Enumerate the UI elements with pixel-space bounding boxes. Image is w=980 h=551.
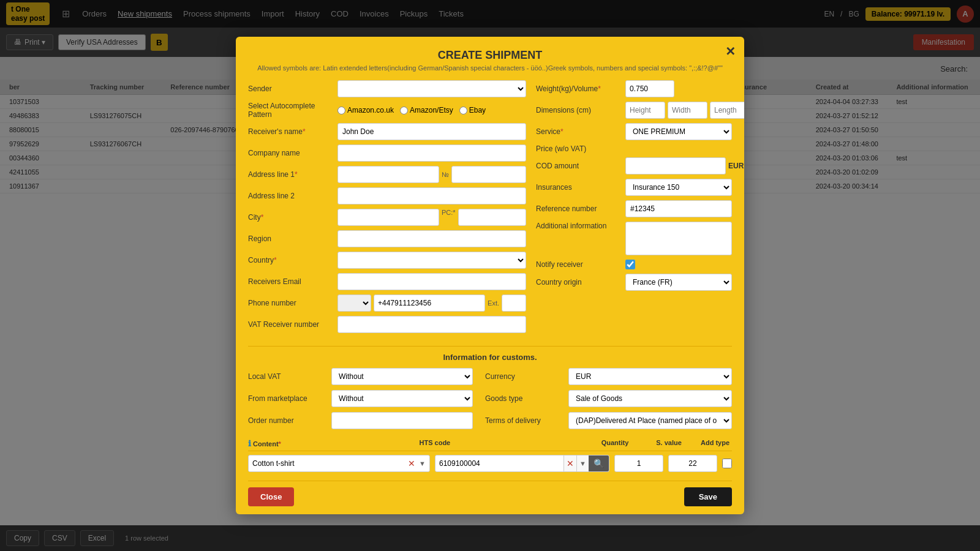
from-marketplace-select[interactable]: Without <box>331 390 473 407</box>
content-tag-arrow[interactable]: ▼ <box>419 460 426 467</box>
nr-label: № <box>442 171 449 178</box>
company-name-input[interactable] <box>337 144 526 162</box>
country-origin-label: Country origin <box>536 278 622 287</box>
content-table: ℹ Content* HTS code Quantity S. value Ad… <box>248 437 732 472</box>
insurances-label: Insurances <box>536 183 622 192</box>
cod-label: COD amount <box>536 162 622 170</box>
modal-body: Sender Select Autocomplete Pattern Amazo… <box>248 80 732 337</box>
order-number-row: Order number <box>248 412 473 429</box>
service-group: Service* ONE PREMIUM <box>536 123 732 140</box>
address1-label: Address line 1* <box>248 170 334 179</box>
insurances-select[interactable]: Insurance 150 <box>625 179 732 196</box>
additional-label: Additional information <box>536 222 622 230</box>
modal-right-col: Weight(kg)/Volume* Dimensions (cm) <box>536 80 732 337</box>
notify-row <box>625 260 635 269</box>
notify-label: Notify receiver <box>536 260 622 269</box>
close-modal-button[interactable]: Close <box>248 487 294 506</box>
weight-row <box>625 80 674 97</box>
dim-row <box>625 102 744 119</box>
s-value-input[interactable] <box>668 455 717 472</box>
weight-label: Weight(kg)/Volume* <box>536 84 622 93</box>
ext-input[interactable] <box>502 294 526 312</box>
weight-input[interactable] <box>625 80 674 97</box>
currency-label: Currency <box>485 372 565 381</box>
pc-input[interactable] <box>458 209 526 226</box>
address2-input[interactable] <box>337 187 526 204</box>
additional-group: Additional information <box>536 222 732 255</box>
save-modal-button[interactable]: Save <box>684 487 732 506</box>
modal-left-col: Sender Select Autocomplete Pattern Amazo… <box>248 80 526 337</box>
modal-subtitle: Allowed symbols are: Latin extended lett… <box>248 64 732 72</box>
email-group: Receivers Email <box>248 273 526 290</box>
notify-checkbox[interactable] <box>625 260 635 269</box>
addtype-col-header: Add type <box>698 439 732 448</box>
info-icon: ℹ <box>248 439 251 448</box>
region-input[interactable] <box>337 230 526 247</box>
local-vat-select[interactable]: Without <box>331 368 473 385</box>
dimensions-group: Dimensions (cm) <box>536 102 732 119</box>
cod-row: EUR <box>625 157 744 174</box>
length-input[interactable] <box>710 102 744 119</box>
content-tag-input[interactable]: Cotton t-shirt ✕ ▼ <box>248 455 430 472</box>
service-label: Service* <box>536 127 622 136</box>
city-pc-row: PC:* <box>337 209 526 226</box>
service-select[interactable]: ONE PREMIUM <box>625 123 732 140</box>
city-input[interactable] <box>337 209 439 226</box>
ext-label: Ext. <box>488 299 499 307</box>
local-vat-row: Local VAT Without <box>248 368 473 385</box>
phone-group: Phone number Ext. <box>248 294 526 312</box>
sender-group: Sender <box>248 80 526 97</box>
vat-label: VAT Receiver number <box>248 320 334 329</box>
terms-label: Terms of delivery <box>485 416 565 425</box>
address2-label: Address line 2 <box>248 192 334 200</box>
modal-title: CREATE SHIPMENT <box>248 49 732 62</box>
country-origin-select[interactable]: France (FR) <box>625 274 732 291</box>
radio-amazon-etsy[interactable]: Amazon/Etsy <box>400 106 453 114</box>
phone-input[interactable] <box>374 294 485 312</box>
radio-ebay[interactable]: Ebay <box>459 106 486 114</box>
hts-input-wrap[interactable]: 6109100004 ✕ ▼ 🔍 <box>435 455 609 472</box>
country-select[interactable] <box>337 252 526 269</box>
modal-close-button[interactable]: ✕ <box>725 44 736 59</box>
quantity-input[interactable] <box>614 455 663 472</box>
region-group: Region <box>248 230 526 247</box>
pc-label: PC:* <box>442 209 456 226</box>
hts-clear-button[interactable]: ✕ <box>564 455 576 471</box>
cod-input[interactable] <box>625 157 726 174</box>
additional-textarea[interactable] <box>625 222 732 255</box>
hts-search-button[interactable]: 🔍 <box>589 455 609 471</box>
insurances-group: Insurances Insurance 150 <box>536 179 732 196</box>
content-tag-remove[interactable]: ✕ <box>408 459 415 468</box>
order-number-input[interactable] <box>331 412 473 429</box>
country-origin-group: Country origin France (FR) <box>536 274 732 291</box>
cod-group: COD amount EUR <box>536 157 732 174</box>
country-group: Country* <box>248 252 526 269</box>
customs-title: Information for customs. <box>248 353 732 362</box>
city-group: City* PC:* <box>248 209 526 226</box>
address1-group: Address line 1* № <box>248 166 526 183</box>
phone-country-select[interactable] <box>337 294 371 312</box>
address1-nr-input[interactable] <box>451 166 526 183</box>
address1-input[interactable] <box>337 166 439 183</box>
vat-input[interactable] <box>337 316 526 333</box>
addtype-checkbox[interactable] <box>722 459 732 468</box>
from-marketplace-row: From marketplace Without <box>248 390 473 407</box>
reference-input[interactable] <box>625 200 732 217</box>
dimensions-label: Dimensions (cm) <box>536 106 622 114</box>
country-label: Country* <box>248 256 334 264</box>
autocomplete-group: Select Autocomplete Pattern Amazon.co.uk… <box>248 102 526 119</box>
currency-select[interactable]: EUR <box>568 368 732 385</box>
sender-select[interactable] <box>337 80 526 97</box>
radio-amazon-couk[interactable]: Amazon.co.uk <box>337 106 394 114</box>
hts-dropdown-arrow[interactable]: ▼ <box>576 455 589 471</box>
height-input[interactable] <box>625 102 665 119</box>
email-input[interactable] <box>337 273 526 290</box>
modal-overlay: ✕ CREATE SHIPMENT Allowed symbols are: L… <box>0 0 980 551</box>
receiver-name-input[interactable] <box>337 123 526 140</box>
terms-select[interactable]: (DAP)Delivered At Place (named place of … <box>568 412 732 429</box>
goods-type-label: Goods type <box>485 394 565 403</box>
customs-grid: Local VAT Without Currency EUR From mark… <box>248 368 732 429</box>
phone-row: Ext. <box>337 294 526 312</box>
width-input[interactable] <box>668 102 707 119</box>
goods-type-select[interactable]: Sale of Goods <box>568 390 732 407</box>
